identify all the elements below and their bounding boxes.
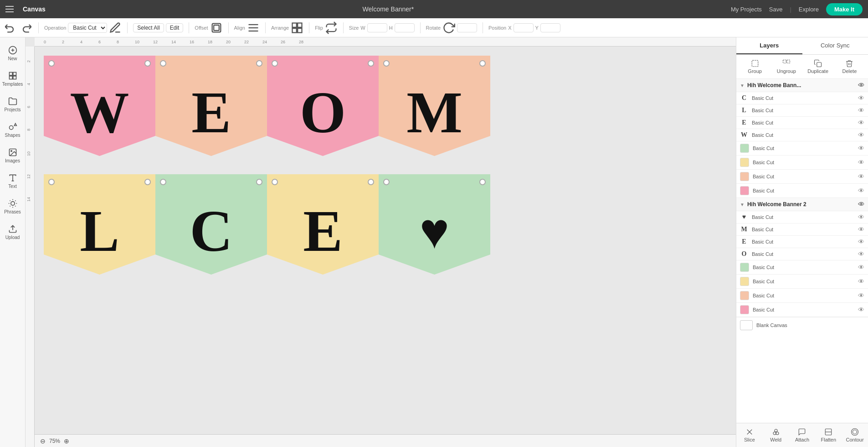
ruler-vertical: 2 4 6 8 10 12 14	[26, 47, 35, 447]
layer-eye-heart[interactable]: 👁	[858, 213, 864, 221]
sidebar-item-upload[interactable]: Upload	[2, 220, 24, 244]
ruler-horizontal: 0 2 4 6 8 10 12 14 16 18 20 22 24 26 28	[35, 37, 736, 47]
banner-tile-heart[interactable]: ♥	[379, 174, 490, 293]
sidebar-item-phrases[interactable]: Phrases	[2, 194, 24, 219]
sidebar-item-templates[interactable]: Templates	[2, 67, 24, 91]
flip-icon[interactable]	[325, 21, 338, 34]
layer-item-L[interactable]: L Basic Cut 👁	[736, 104, 868, 117]
banner-tile-O[interactable]: O	[267, 56, 379, 174]
group-1-eye[interactable]: 👁	[858, 82, 864, 89]
rotate-input[interactable]	[457, 23, 477, 32]
tile-letter-M: M	[406, 83, 462, 142]
layer-eye-L[interactable]: 👁	[858, 107, 864, 114]
banner-tile-L[interactable]: L	[44, 174, 155, 293]
layer-eye-C[interactable]: 👁	[858, 94, 864, 102]
tab-layers[interactable]: Layers	[736, 37, 802, 54]
height-input[interactable]	[395, 23, 415, 32]
layer-item-E2[interactable]: E Basic Cut 👁	[736, 236, 868, 248]
ungroup-button[interactable]: Ungroup	[771, 57, 801, 76]
layer-item-swatch-green-1[interactable]: Basic Cut 👁	[736, 141, 868, 156]
layer-item-swatch-yellow-2[interactable]: Basic Cut 👁	[736, 275, 868, 289]
zoom-in-button[interactable]: ⊕	[64, 437, 69, 445]
select-all-button[interactable]: Select All	[133, 23, 164, 32]
sidebar-label-text: Text	[8, 184, 16, 189]
edit-button[interactable]: Edit	[166, 23, 184, 32]
delete-icon	[845, 59, 853, 68]
sidebar-item-new[interactable]: New	[2, 41, 24, 66]
width-input[interactable]	[367, 23, 387, 32]
group-2-eye[interactable]: 👁	[858, 201, 864, 208]
contour-button[interactable]: Contour	[842, 426, 868, 444]
canvas-area[interactable]: 0 2 4 6 8 10 12 14 16 18 20 22 24 26 28 …	[26, 37, 736, 447]
redo-button[interactable]	[20, 21, 33, 34]
group-button[interactable]: Group	[740, 57, 770, 76]
layer-eye-swatch-green-2[interactable]: 👁	[858, 264, 864, 271]
layer-item-C[interactable]: C Basic Cut 👁	[736, 92, 868, 104]
slice-button[interactable]: Slice	[736, 426, 763, 444]
save-button[interactable]: Save	[769, 6, 783, 13]
layer-eye-W[interactable]: 👁	[858, 131, 864, 139]
banner-tile-E2[interactable]: E	[267, 174, 379, 293]
offset-icon[interactable]	[210, 21, 223, 34]
weld-button[interactable]: Weld	[763, 426, 789, 444]
layer-eye-swatch-green-1[interactable]: 👁	[858, 145, 864, 152]
layer-label-swatch-yellow-2: Basic Cut	[753, 279, 854, 284]
attach-button[interactable]: Attach	[789, 426, 816, 444]
my-projects-button[interactable]: My Projects	[731, 6, 762, 13]
banner-tile-M[interactable]: M	[379, 56, 490, 174]
tab-color-sync[interactable]: Color Sync	[802, 37, 868, 54]
layer-eye-swatch-yellow-2[interactable]: 👁	[858, 278, 864, 285]
group-1-header[interactable]: ▼ Hih Welcome Bann... 👁	[736, 79, 868, 92]
duplicate-button[interactable]: Duplicate	[803, 57, 833, 76]
flatten-button[interactable]: Flatten	[815, 426, 842, 444]
layer-eye-swatch-pink-2[interactable]: 👁	[858, 306, 864, 313]
tile-circle-tr-W	[144, 60, 151, 67]
arrange-icon[interactable]	[291, 21, 303, 34]
layer-item-heart[interactable]: ♥ Basic Cut 👁	[736, 211, 868, 224]
operation-select[interactable]: Basic Cut	[68, 23, 107, 33]
layer-item-swatch-yellow-1[interactable]: Basic Cut 👁	[736, 156, 868, 170]
pen-tool-icon[interactable]	[109, 21, 122, 34]
layer-eye-swatch-peach-1[interactable]: 👁	[858, 173, 864, 180]
layer-item-O[interactable]: O Basic Cut 👁	[736, 248, 868, 260]
layer-eye-E2[interactable]: 👁	[858, 238, 864, 245]
layer-eye-swatch-peach-2[interactable]: 👁	[858, 292, 864, 299]
top-bar: Canvas Welcome Banner* My Projects Save …	[0, 0, 868, 18]
sidebar-item-text[interactable]: Text	[2, 169, 24, 193]
rotate-icon[interactable]	[442, 21, 455, 34]
explore-button[interactable]: Explore	[799, 6, 819, 13]
y-input[interactable]	[540, 23, 560, 32]
layer-item-swatch-pink-1[interactable]: Basic Cut 👁	[736, 184, 868, 198]
group-2-header[interactable]: ▼ Hih Welcome Banner 2 👁	[736, 198, 868, 211]
delete-button[interactable]: Delete	[835, 57, 864, 76]
layer-eye-swatch-yellow-1[interactable]: 👁	[858, 159, 864, 166]
banner-tile-C[interactable]: C	[155, 174, 267, 293]
undo-button[interactable]	[4, 21, 16, 34]
arrange-label: Arrange	[271, 25, 289, 31]
zoom-out-button[interactable]: ⊖	[40, 437, 46, 445]
align-icon[interactable]	[247, 21, 260, 34]
menu-button[interactable]	[5, 6, 18, 12]
layer-item-swatch-peach-2[interactable]: Basic Cut 👁	[736, 289, 868, 303]
canvas-content[interactable]: W E O	[35, 47, 736, 434]
layer-eye-swatch-pink-1[interactable]: 👁	[858, 187, 864, 194]
x-input[interactable]	[514, 23, 534, 32]
sidebar-item-projects[interactable]: Projects	[2, 92, 24, 117]
layer-eye-E[interactable]: 👁	[858, 119, 864, 126]
blank-canvas-item[interactable]: Blank Canvas	[736, 317, 868, 333]
layer-item-E[interactable]: E Basic Cut 👁	[736, 117, 868, 129]
layer-item-swatch-peach-1[interactable]: Basic Cut 👁	[736, 170, 868, 184]
layer-item-swatch-green-2[interactable]: Basic Cut 👁	[736, 260, 868, 275]
layer-item-swatch-pink-2[interactable]: Basic Cut 👁	[736, 303, 868, 317]
sidebar-item-shapes[interactable]: Shapes	[2, 118, 24, 142]
layer-item-M[interactable]: M Basic Cut 👁	[736, 224, 868, 236]
banner-tile-E[interactable]: E	[155, 56, 267, 174]
layer-eye-O[interactable]: 👁	[858, 250, 864, 258]
make-it-button[interactable]: Make It	[826, 3, 863, 16]
sidebar-item-images[interactable]: Images	[2, 143, 24, 168]
layer-eye-M[interactable]: 👁	[858, 226, 864, 233]
x-label: X	[508, 25, 511, 31]
banner-tile-W[interactable]: W	[44, 56, 155, 174]
toolbar: Operation Basic Cut Select All Edit Offs…	[0, 18, 868, 37]
layer-item-W[interactable]: W Basic Cut 👁	[736, 129, 868, 141]
